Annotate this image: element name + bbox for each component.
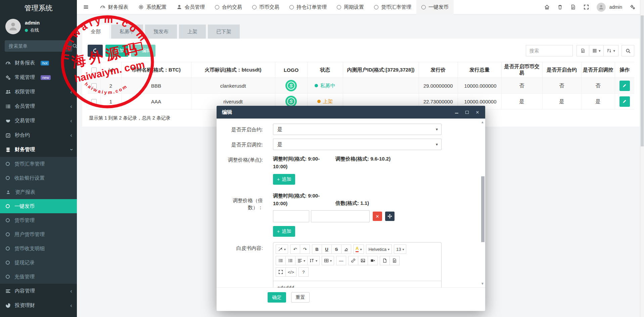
nav-tab-position-orders[interactable]: 持仓订单管理 — [284, 0, 332, 14]
row-edit-button[interactable] — [619, 96, 630, 107]
row-checkbox[interactable] — [91, 83, 97, 89]
sidebar-search-input[interactable] — [9, 43, 70, 49]
dialog-titlebar[interactable]: 编辑 × — [217, 106, 485, 119]
trash-icon[interactable] — [557, 4, 563, 10]
append-single-button[interactable]: +追加 — [273, 174, 295, 185]
insert-image-button[interactable] — [358, 256, 368, 265]
editor-help-button[interactable]: ? — [298, 267, 309, 277]
redo-button[interactable]: ↷ — [300, 244, 310, 254]
nav-tab-system-config[interactable]: 系统配置 — [133, 0, 172, 14]
code-view-button[interactable]: </> — [285, 267, 296, 277]
nav-tab-finance-report[interactable]: 财务报表 — [95, 0, 133, 14]
editor-fullscreen-button[interactable] — [276, 267, 286, 277]
avatar[interactable] — [597, 3, 606, 12]
home-icon[interactable] — [544, 4, 550, 10]
editor-content[interactable]: adaddd — [273, 281, 441, 287]
nav-tab-coin-trade[interactable]: 币币交易 — [247, 0, 284, 14]
search-button[interactable] — [622, 45, 634, 56]
sidebar-item-general[interactable]: 常规管理new — [0, 70, 77, 85]
nav-tab-members[interactable]: 会员管理 — [172, 0, 210, 14]
maximize-icon[interactable] — [465, 110, 469, 115]
sidebar-item-currency-mgmt[interactable]: 货币管理 — [0, 213, 77, 227]
sidebar-item-seconds-contract[interactable]: 秒合约‹ — [0, 128, 77, 142]
horizontal-rule-button[interactable]: — — [336, 256, 346, 265]
sidebar-item-one-key-issue[interactable]: 一键发币 — [0, 199, 77, 213]
sidebar-item-bank-settings[interactable]: 收款银行设置 — [0, 171, 77, 185]
dialog-scrollbar-thumb[interactable] — [481, 176, 485, 242]
clear-cache-icon[interactable] — [570, 4, 576, 10]
tab-pre-release[interactable]: 预发布 — [145, 25, 177, 39]
strikethrough-button[interactable]: S — [331, 244, 341, 254]
navbar-username[interactable]: admin — [609, 4, 622, 10]
cogs-icon[interactable] — [630, 4, 635, 10]
fullscreen-icon[interactable] — [584, 4, 589, 10]
page-scrollbar[interactable] — [640, 0, 644, 317]
unordered-list-button[interactable] — [276, 256, 286, 265]
sidebar-item-recharge-mgmt[interactable]: 充值管理 — [0, 270, 77, 284]
open-control-select[interactable]: 是▾ — [273, 139, 442, 150]
insert-table-button[interactable]: ▾ — [322, 256, 334, 265]
insert-video-button[interactable] — [368, 256, 378, 265]
select-all-checkbox[interactable] — [91, 67, 97, 73]
scroll-up-icon[interactable]: ▲ — [481, 120, 484, 124]
tab-all[interactable]: 全部 — [82, 25, 109, 39]
underline-button[interactable]: U — [322, 244, 332, 254]
sidebar-item-content-mgmt[interactable]: 内容管理‹ — [0, 284, 77, 298]
columns-button[interactable]: ▾ — [589, 45, 604, 56]
nav-tab-contract-trade[interactable]: 合约交易 — [210, 0, 247, 14]
sidebar-item-exchange-rate[interactable]: 货币汇率管理 — [0, 157, 77, 171]
reset-button[interactable]: 重置 — [291, 292, 310, 303]
minimize-icon[interactable] — [454, 110, 459, 115]
tab-delisted[interactable]: 已下架 — [208, 25, 240, 39]
nav-tab-one-key-issue[interactable]: 一键发币 — [416, 0, 454, 14]
search-icon[interactable] — [72, 43, 78, 49]
sidebar-item-investment[interactable]: 投资理财‹ — [0, 298, 77, 313]
sidebar-item-finance-report[interactable]: 财务报表hot — [0, 56, 77, 70]
font-color-button[interactable]: A▾ — [353, 244, 364, 254]
refresh-button[interactable] — [88, 45, 103, 57]
sidebar-item-asset-report[interactable]: 资产报表 — [0, 185, 77, 199]
sidebar-search[interactable] — [5, 40, 72, 52]
tab-private-sale[interactable]: 私募中 — [111, 25, 143, 39]
ordered-list-button[interactable] — [285, 256, 295, 265]
undo-button[interactable]: ↶ — [290, 244, 300, 254]
sidebar-item-withdraw-records[interactable]: 提现记录 — [0, 256, 77, 270]
hamburger-menu-icon[interactable] — [77, 0, 95, 14]
nav-tab-exchange-rate[interactable]: 货币汇率管理 — [369, 0, 416, 14]
sidebar-item-finance-mgmt[interactable]: 财务管理‹ — [0, 142, 77, 157]
sidebar-item-user-currency[interactable]: 用户货币管理 — [0, 227, 77, 241]
row-edit-button[interactable] — [619, 81, 630, 91]
line-height-button[interactable]: ▾ — [307, 256, 320, 265]
move-row-button[interactable] — [385, 212, 395, 221]
sidebar-item-currency-detail[interactable]: 货币收支明细 — [0, 241, 77, 256]
append-multiplier-button[interactable]: +追加 — [273, 226, 295, 237]
export-button[interactable]: ▾ — [603, 45, 618, 56]
page-scrollbar-thumb[interactable] — [641, 15, 644, 146]
table-search-input[interactable] — [526, 45, 573, 56]
multi-time-input[interactable] — [273, 210, 309, 222]
detail-view-button[interactable] — [577, 45, 589, 56]
font-size-button[interactable]: 13▾ — [394, 244, 407, 254]
edit-button[interactable]: 编辑 — [131, 45, 155, 57]
sidebar-item-trade[interactable]: 交易管理‹ — [0, 114, 77, 128]
nav-tab-period-settings[interactable]: 周期设置 — [332, 0, 369, 14]
insert-file-button[interactable] — [380, 256, 390, 265]
remove-row-button[interactable]: ✕ — [373, 212, 382, 221]
add-button[interactable]: +添加 — [105, 45, 128, 57]
tab-listed[interactable]: 上架 — [179, 25, 206, 39]
paragraph-align-button[interactable]: ▾ — [295, 256, 308, 265]
multi-factor-input[interactable] — [311, 210, 370, 222]
font-name-button[interactable]: Helvetica▾ — [366, 244, 392, 254]
scroll-down-icon[interactable]: ▼ — [481, 282, 484, 285]
insert-link-button[interactable] — [348, 256, 358, 265]
sidebar-item-members[interactable]: 会员管理‹ — [0, 99, 77, 114]
clear-style-button[interactable] — [341, 244, 351, 254]
confirm-button[interactable]: 确定 — [268, 292, 286, 303]
close-icon[interactable]: × — [475, 110, 480, 115]
bold-button[interactable]: B — [312, 244, 322, 254]
row-checkbox[interactable] — [91, 99, 97, 104]
sidebar-item-permissions[interactable]: 权限管理‹ — [0, 85, 77, 99]
open-contract-select[interactable]: 是▾ — [273, 124, 442, 135]
insert-document-button[interactable] — [389, 256, 400, 265]
editor-style-button[interactable]: ▾ — [276, 244, 288, 254]
